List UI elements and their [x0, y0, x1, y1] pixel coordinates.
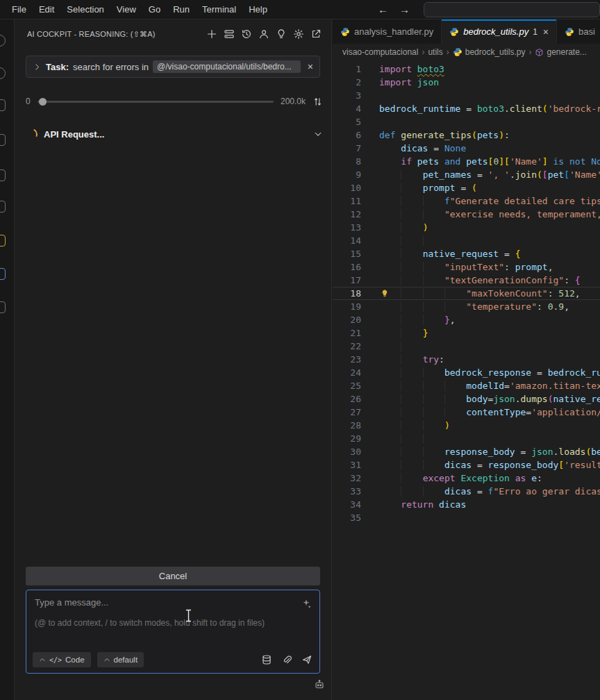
- api-profile-selector[interactable]: default: [97, 652, 144, 667]
- activity-icon-7[interactable]: [0, 301, 6, 313]
- menu-go[interactable]: Go: [142, 0, 167, 19]
- code-line-6[interactable]: 6def generate_tips(pets):: [333, 128, 600, 142]
- back-arrow-icon[interactable]: ←: [372, 3, 394, 15]
- line-number: 11: [333, 194, 361, 208]
- activity-icon-3[interactable]: [0, 99, 6, 111]
- menu-edit[interactable]: Edit: [33, 0, 60, 19]
- tab-basi[interactable]: basi: [557, 19, 600, 44]
- activity-bar: [0, 19, 15, 700]
- close-icon[interactable]: ×: [308, 62, 313, 72]
- code-line-30[interactable]: 30 response_body = json.loads(be: [333, 445, 600, 458]
- code-line-11[interactable]: 11 f"Generate detailed care tips: [333, 194, 600, 208]
- code-line-8[interactable]: 8 if pets and pets[0]['Name'] is not Non: [333, 155, 600, 168]
- paperclip-icon[interactable]: [281, 654, 292, 665]
- code-line-9[interactable]: 9 pet_names = ', '.join([pet['Name': [333, 168, 600, 181]
- menu-selection[interactable]: Selection: [60, 0, 110, 19]
- code-line-27[interactable]: 27 contentType='application/j: [333, 406, 600, 419]
- code-line-12[interactable]: 12 "exercise needs, temperament,: [333, 208, 600, 221]
- tab-bedrock_utils.py[interactable]: bedrock_utils.py1×: [442, 19, 557, 44]
- activity-icon-5[interactable]: [0, 169, 6, 181]
- ai-cockpit-panel: AI COCKPIT - REASONING: (⇧⌘A) Task: sear…: [15, 19, 332, 700]
- send-icon[interactable]: [301, 654, 312, 665]
- menu-help[interactable]: Help: [242, 0, 274, 19]
- code-line-10[interactable]: 10 prompt = (: [333, 181, 600, 194]
- code-line-22[interactable]: 22: [333, 340, 600, 353]
- chevron-down-icon[interactable]: [313, 129, 323, 139]
- context-slider[interactable]: [38, 101, 274, 103]
- menu-view[interactable]: View: [110, 0, 142, 19]
- code-line-14[interactable]: 14: [333, 234, 600, 247]
- code-line-21[interactable]: 21 }: [333, 326, 600, 340]
- code-line-19[interactable]: 19 "temperature": 0.9,: [333, 300, 600, 313]
- open-external-icon[interactable]: [310, 28, 322, 40]
- activity-icon-2[interactable]: [0, 67, 6, 79]
- slider-thumb[interactable]: [39, 98, 47, 106]
- code-line-33[interactable]: 33 dicas = f"Erro ao gerar dicas: [333, 485, 600, 498]
- close-icon[interactable]: ×: [543, 26, 549, 38]
- lightbulb-icon[interactable]: [276, 28, 287, 40]
- code-line-25[interactable]: 25 modelId='amazon.titan-tex: [333, 379, 600, 392]
- code-line-28[interactable]: 28 ): [333, 419, 600, 432]
- tab-analysis_handler.py[interactable]: analysis_handler.py: [333, 19, 442, 44]
- command-center-search[interactable]: [424, 2, 600, 17]
- code-editor[interactable]: 1import boto32import json34bedrock_runti…: [333, 60, 600, 700]
- line-number: 1: [333, 62, 361, 76]
- line-number: 8: [333, 155, 361, 168]
- history-icon[interactable]: [241, 28, 252, 40]
- code-line-1[interactable]: 1import boto3: [333, 62, 600, 76]
- code-line-34[interactable]: 34 return dicas: [333, 498, 600, 511]
- menubar: FileEditSelectionViewGoRunTerminalHelp: [6, 0, 274, 19]
- breadcrumb[interactable]: visao-computacional›utils›bedrock_utils.…: [333, 44, 600, 60]
- code-line-29[interactable]: 29: [333, 432, 600, 445]
- menu-file[interactable]: File: [6, 0, 33, 19]
- message-composer[interactable]: Type a message... (@ to add context, / t…: [26, 590, 320, 674]
- account-icon[interactable]: [258, 28, 269, 40]
- gear-icon[interactable]: [293, 28, 304, 40]
- code-line-26[interactable]: 26 body=json.dumps(native_re: [333, 392, 600, 406]
- code-line-24[interactable]: 24 bedrock_response = bedrock_ru: [333, 366, 600, 379]
- task-panel[interactable]: Task: search for errors in @/visao-compu…: [26, 56, 320, 78]
- lightbulb-icon[interactable]: [381, 289, 389, 298]
- message-input-placeholder[interactable]: Type a message...: [35, 597, 311, 608]
- code-line-35[interactable]: 35: [333, 511, 600, 524]
- activity-icon-1[interactable]: [0, 35, 6, 47]
- code-line-23[interactable]: 23 try:: [333, 353, 600, 366]
- menu-run[interactable]: Run: [167, 0, 196, 19]
- chevron-right-icon[interactable]: [33, 62, 42, 72]
- code-line-18[interactable]: 18 "maxTokenCount": 512,: [333, 287, 600, 300]
- breadcrumb-item-utils[interactable]: utils: [428, 47, 442, 57]
- cancel-button[interactable]: Cancel: [26, 567, 320, 585]
- breadcrumb-item-bedrock_utils.py[interactable]: bedrock_utils.py: [453, 47, 526, 57]
- activity-icon-settings[interactable]: [0, 268, 6, 280]
- code-line-3[interactable]: 3: [333, 89, 600, 102]
- server-list-icon[interactable]: [224, 28, 235, 40]
- code-line-20[interactable]: 20 },: [333, 313, 600, 326]
- code-line-16[interactable]: 16 "inputText": prompt,: [333, 260, 600, 274]
- menu-terminal[interactable]: Terminal: [196, 0, 242, 19]
- sparkle-icon[interactable]: [301, 598, 312, 609]
- new-task-icon[interactable]: [206, 28, 217, 40]
- breadcrumb-item-visao-computacional[interactable]: visao-computacional: [342, 47, 418, 57]
- mode-selector[interactable]: </> Code: [33, 652, 91, 667]
- line-number: 20: [333, 313, 361, 326]
- code-line-31[interactable]: 31 dicas = response_body['result: [333, 458, 600, 472]
- code-line-17[interactable]: 17 "textGenerationConfig": {: [333, 274, 600, 287]
- code-line-4[interactable]: 4bedrock_runtime = boto3.client('bedrock…: [333, 102, 600, 115]
- context-window-icon[interactable]: [312, 97, 323, 107]
- composer-controls: </> Code default: [33, 652, 312, 667]
- activity-icon-6[interactable]: [0, 201, 6, 212]
- code-line-2[interactable]: 2import json: [333, 76, 600, 89]
- forward-arrow-icon[interactable]: →: [394, 3, 415, 15]
- database-icon[interactable]: [261, 654, 272, 665]
- code-line-13[interactable]: 13 ): [333, 221, 600, 234]
- code-line-15[interactable]: 15 native_request = {: [333, 247, 600, 260]
- code-line-32[interactable]: 32 except Exception as e:: [333, 472, 600, 485]
- activity-icon-extension[interactable]: [0, 235, 6, 247]
- code-line-7[interactable]: 7 dicas = None: [333, 142, 600, 155]
- task-context-chip[interactable]: @/visao-computacional/utils/bedro...: [153, 60, 301, 73]
- code-line-5[interactable]: 5: [333, 115, 600, 128]
- assistant-robot-icon[interactable]: [314, 679, 325, 690]
- breadcrumb-item-generate...[interactable]: generate...: [535, 47, 586, 57]
- api-request-row[interactable]: API Request...: [26, 127, 323, 141]
- activity-icon-4[interactable]: [0, 134, 6, 146]
